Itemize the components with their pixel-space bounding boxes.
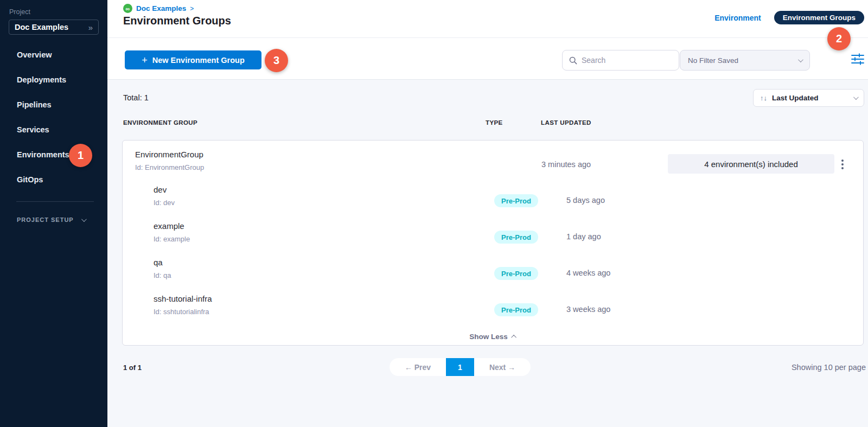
project-selector[interactable]: Doc Examples » — [9, 20, 99, 35]
page-title: Environment Groups — [123, 15, 231, 27]
environments-included-button[interactable]: 4 environment(s) included — [668, 154, 834, 174]
search-box — [562, 50, 679, 71]
sidebar-item-deployments[interactable]: Deployments — [0, 67, 107, 92]
saved-filter-dropdown[interactable]: No Filter Saved — [680, 50, 810, 71]
type-badge: Pre-Prod — [494, 194, 538, 207]
header-tabs: Environment Environment Groups — [714, 11, 864, 24]
environment-row[interactable]: dev Id: dev Pre-Prod 5 days ago — [123, 183, 863, 219]
current-page-button[interactable]: 1 — [446, 358, 474, 376]
sidebar-item-pipelines[interactable]: Pipelines — [0, 92, 107, 117]
total-count: Total: 1 — [123, 93, 149, 102]
show-less-button[interactable]: Show Less — [123, 329, 863, 343]
environment-row[interactable]: qa Id: qa Pre-Prod 4 weeks ago — [123, 256, 863, 292]
pagination: 1 of 1 ← Prev 1 Next → Showing 10 per pa… — [107, 358, 868, 377]
chevron-down-icon — [798, 57, 803, 62]
environment-row[interactable]: ssh-tutorial-infra Id: sshtutorialinfra … — [123, 292, 863, 328]
environment-group-card: EnvironmentGroup Id: EnvironmentGroup 3 … — [122, 140, 864, 346]
search-input[interactable] — [582, 56, 668, 65]
plus-icon: + — [142, 55, 148, 65]
main-area: ∞ Doc Examples > Environment Groups Envi… — [107, 0, 868, 427]
breadcrumb: ∞ Doc Examples > — [123, 4, 194, 13]
sort-dropdown[interactable]: ↑↓ Last Updated — [753, 89, 864, 107]
environment-last-updated: 5 days ago — [566, 196, 605, 205]
sidebar-divider — [16, 201, 94, 202]
tab-environment[interactable]: Environment — [714, 14, 761, 22]
environment-name: dev — [154, 185, 175, 194]
pager: ← Prev 1 Next → — [390, 358, 531, 376]
sidebar-item-gitops[interactable]: GitOps — [0, 167, 107, 192]
toolbar: + New Environment Group No Filter Saved — [107, 38, 868, 80]
page-info: 1 of 1 — [123, 364, 142, 372]
sidebar-nav: Overview Deployments Pipelines Services … — [0, 42, 107, 192]
environment-id: Id: dev — [154, 199, 175, 207]
new-environment-group-button[interactable]: + New Environment Group — [125, 50, 261, 69]
group-row[interactable]: EnvironmentGroup Id: EnvironmentGroup 3 … — [123, 146, 863, 183]
column-last-updated: LAST UPDATED — [541, 119, 591, 126]
type-badge: Pre-Prod — [494, 267, 538, 280]
tab-environment-groups[interactable]: Environment Groups — [774, 11, 864, 24]
sidebar: Project Doc Examples » Overview Deployme… — [0, 0, 107, 427]
column-environment-group: ENVIRONMENT GROUP — [123, 119, 197, 126]
sidebar-project-setup[interactable]: PROJECT SETUP — [0, 216, 107, 223]
chevron-up-icon — [511, 334, 516, 340]
type-badge: Pre-Prod — [494, 303, 538, 316]
group-id: Id: EnvironmentGroup — [135, 163, 204, 171]
breadcrumb-project-link[interactable]: Doc Examples — [136, 4, 186, 12]
content-area: Total: 1 ↑↓ Last Updated ENVIRONMENT GRO… — [107, 80, 868, 427]
environment-name: ssh-tutorial-infra — [154, 294, 212, 303]
group-last-updated: 3 minutes ago — [541, 160, 591, 169]
environment-id: Id: qa — [154, 271, 171, 279]
next-page-button[interactable]: Next → — [474, 358, 531, 376]
environment-row[interactable]: example Id: example Pre-Prod 1 day ago — [123, 219, 863, 256]
per-page-info: Showing 10 per page — [792, 363, 866, 372]
search-icon — [569, 56, 577, 65]
annotation-badge-3: 3 — [265, 49, 288, 72]
sidebar-item-services[interactable]: Services — [0, 117, 107, 142]
chevron-down-icon — [853, 94, 859, 100]
environment-id: Id: sshtutorialinfra — [154, 308, 212, 316]
sort-arrows-icon: ↑↓ — [760, 94, 767, 102]
project-forward-icon: » — [88, 23, 93, 32]
breadcrumb-chevron-icon: > — [190, 5, 194, 12]
filter-settings-button[interactable] — [850, 51, 866, 67]
table-header: ENVIRONMENT GROUP TYPE LAST UPDATED — [107, 119, 868, 129]
group-name: EnvironmentGroup — [135, 150, 204, 159]
annotation-badge-1: 1 — [69, 144, 92, 167]
type-badge: Pre-Prod — [494, 231, 538, 244]
sidebar-item-overview[interactable]: Overview — [0, 42, 107, 67]
environment-id: Id: example — [154, 235, 190, 243]
page-header: ∞ Doc Examples > Environment Groups Envi… — [107, 0, 868, 38]
annotation-badge-2: 2 — [827, 27, 851, 50]
environment-name: example — [154, 221, 190, 231]
column-type: TYPE — [486, 119, 503, 126]
filter-sliders-icon — [851, 53, 864, 65]
environment-last-updated: 4 weeks ago — [566, 269, 610, 277]
environment-name: qa — [154, 258, 171, 267]
chevron-down-icon — [81, 216, 87, 222]
project-name: Doc Examples — [15, 23, 68, 31]
cd-module-icon: ∞ — [123, 4, 132, 13]
project-label: Project — [9, 8, 107, 16]
kebab-menu-icon[interactable] — [835, 157, 850, 172]
environment-last-updated: 3 weeks ago — [566, 305, 610, 314]
environment-last-updated: 1 day ago — [566, 232, 601, 241]
prev-page-button[interactable]: ← Prev — [390, 358, 446, 376]
